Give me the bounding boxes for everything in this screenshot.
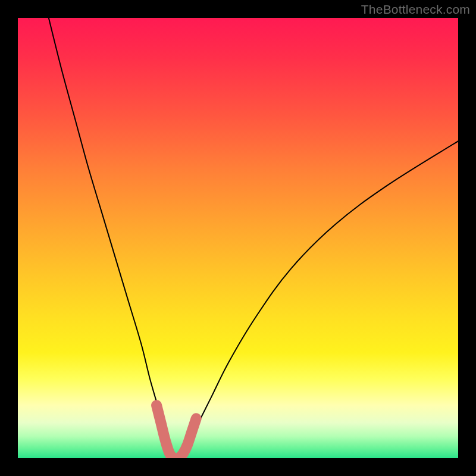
plot-area (18, 18, 458, 458)
watermark-text: TheBottleneck.com (361, 2, 470, 17)
background-gradient (18, 18, 458, 458)
chart-frame: TheBottleneck.com (0, 0, 476, 476)
